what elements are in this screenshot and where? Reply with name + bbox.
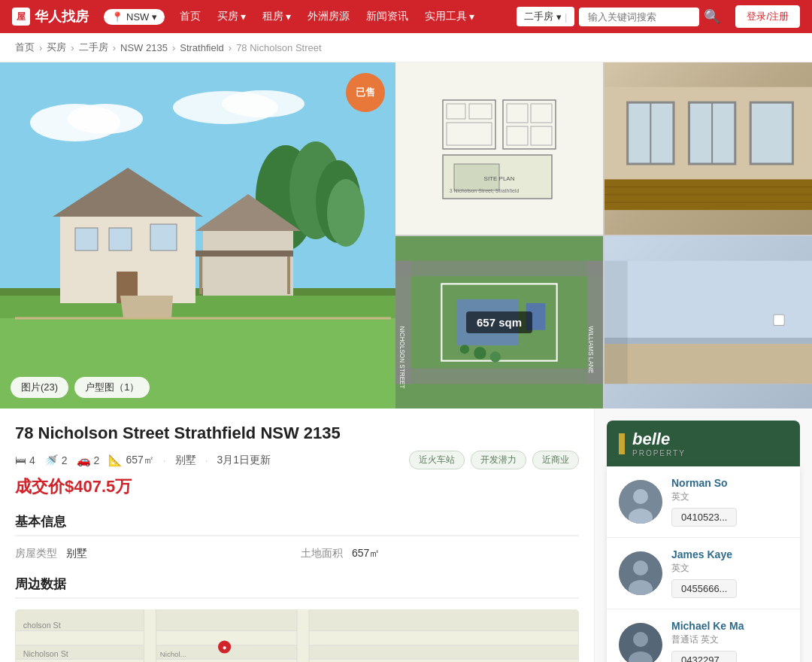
svg-rect-71: [297, 609, 309, 662]
beds-count: 4: [29, 454, 35, 466]
breadcrumb: 首页 › 买房 › 二手房 › NSW 2135 › Strathfield ›…: [0, 33, 812, 62]
svg-rect-13: [75, 228, 98, 251]
agent-info-2: Michael Ke Ma 普通话 英文 0432297...: [671, 620, 788, 662]
nav-rent[interactable]: 租房 ▾: [262, 10, 291, 23]
location-pin-icon: 📍: [111, 11, 123, 23]
agent-phone-0[interactable]: 0410523...: [671, 508, 737, 527]
svg-rect-66: [604, 261, 628, 384]
svg-text:3 Nicholson Street, Strathfiel: 3 Nicholson Street, Strathfield: [450, 188, 520, 193]
svg-rect-26: [447, 104, 465, 119]
agent-info-1: James Kaye 英文 0455666...: [671, 548, 788, 598]
svg-text:Nichol...: Nichol...: [160, 650, 186, 658]
breadcrumb-buy[interactable]: 买房: [47, 41, 66, 54]
nav-tools[interactable]: 实用工具 ▾: [425, 10, 474, 23]
breadcrumb-home[interactable]: 首页: [15, 41, 35, 54]
gallery-main: 已售 图片(23) 户型图（1）: [0, 62, 395, 408]
search-input[interactable]: [579, 8, 699, 26]
agency-brand: belle PROPERTY: [632, 430, 686, 457]
sold-badge: 已售: [346, 73, 385, 112]
nav-news[interactable]: 新闻资讯: [366, 10, 408, 23]
breadcrumb-sep-2: ›: [71, 42, 74, 53]
agent-info-0: Norman So 英文 0410523...: [671, 477, 788, 527]
svg-rect-63: [604, 338, 812, 344]
svg-point-78: [633, 489, 648, 504]
nearby-title: 周边数据: [15, 575, 579, 599]
agency-subtitle: PROPERTY: [632, 449, 686, 457]
svg-text:Nicholson St: Nicholson St: [23, 649, 68, 658]
land-area-value: 657㎡: [352, 547, 380, 560]
search-button[interactable]: 🔍: [704, 8, 720, 25]
tag-commerce[interactable]: 近商业: [532, 451, 579, 469]
agent-name-2[interactable]: Michael Ke Ma: [671, 620, 788, 632]
floorplan-button[interactable]: 户型图（1）: [74, 377, 150, 398]
nav-home[interactable]: 首页: [180, 10, 201, 23]
bed-icon: 🛏: [15, 454, 26, 466]
svg-rect-30: [507, 104, 528, 123]
nav-overseas[interactable]: 外洲房源: [308, 10, 350, 23]
thumb-interior1[interactable]: [604, 62, 812, 235]
logo-text: 华人找房: [35, 8, 89, 26]
location-chevron-icon: ▾: [152, 11, 157, 23]
location-selector[interactable]: 📍 NSW ▾: [104, 9, 165, 25]
gallery-thumbnails: SITE PLAN 3 Nicholson Street, Strathfiel…: [395, 62, 812, 408]
gallery-buttons: 图片(23) 户型图（1）: [11, 377, 150, 398]
breadcrumb-suburb[interactable]: Strathfield: [180, 42, 224, 53]
agent-card-0: Norman So 英文 0410523...: [607, 466, 800, 538]
car-icon: 🚗: [77, 454, 91, 467]
svg-rect-43: [750, 102, 792, 164]
tag-train[interactable]: 近火车站: [409, 451, 465, 469]
tag-dev[interactable]: 开发潜力: [471, 451, 526, 469]
svg-point-56: [474, 347, 486, 359]
thumb-floorplan[interactable]: SITE PLAN 3 Nicholson Street, Strathfiel…: [395, 62, 603, 235]
cars-count: 2: [94, 454, 100, 466]
house-type-item: 房屋类型 别墅: [15, 547, 293, 560]
search-type-selector[interactable]: 二手房 ▾ |: [517, 7, 574, 26]
search-type-label: 二手房: [524, 10, 553, 23]
location-text: NSW: [126, 11, 149, 23]
breadcrumb-sep-3: ›: [113, 42, 116, 53]
agent-avatar-2: [619, 623, 662, 662]
logo-icon: 屋: [12, 8, 30, 26]
svg-text:SITE PLAN: SITE PLAN: [484, 175, 515, 182]
breadcrumb-sep-5: ›: [229, 42, 232, 53]
svg-rect-14: [109, 228, 132, 251]
agent-name-1[interactable]: James Kaye: [671, 548, 788, 560]
svg-rect-27: [469, 104, 492, 119]
site-header: 屋 华人找房 📍 NSW ▾ 首页 买房 ▾ 租房 ▾ 外洲房源 新闻资讯 实用…: [0, 0, 812, 33]
gallery: 已售 图片(23) 户型图（1）: [0, 62, 812, 408]
svg-point-8: [327, 179, 365, 247]
house-type-label: 房屋类型: [15, 547, 60, 560]
agency-header: belle PROPERTY: [607, 421, 800, 466]
thumb-interior2[interactable]: [604, 236, 812, 408]
agent-phone-1[interactable]: 0455666...: [671, 579, 737, 598]
search-type-dropdown-icon: ▾: [556, 11, 562, 23]
photos-button[interactable]: 图片(23): [11, 377, 68, 398]
breadcrumb-current: 78 Nicholson Street: [236, 42, 321, 53]
svg-rect-62: [604, 261, 812, 338]
baths-count: 2: [62, 454, 68, 466]
property-tags: 近火车站 开发潜力 近商业: [409, 451, 579, 469]
agent-phone-2[interactable]: 0432297...: [671, 651, 737, 662]
beds-feature: 🛏 4: [15, 454, 35, 466]
bath-icon: 🚿: [44, 454, 59, 467]
login-button[interactable]: 登录/注册: [735, 5, 800, 28]
svg-point-84: [633, 632, 648, 647]
agent-card-2: Michael Ke Ma 普通话 英文 0432297...: [607, 609, 800, 662]
thumb-aerial[interactable]: NICHOLSON STREET WILLIAMS LANE 657 sqm: [395, 236, 603, 408]
agent-lang-1: 英文: [671, 562, 788, 575]
svg-rect-20: [199, 257, 202, 294]
breadcrumb-secondhand[interactable]: 二手房: [79, 41, 108, 54]
property-features: 🛏 4 🚿 2 🚗 2 📐 657㎡ · 别墅 · 3月1日更新 近火车站 开发…: [15, 451, 579, 469]
main-nav: 首页 买房 ▾ 租房 ▾ 外洲房源 新闻资讯 实用工具 ▾: [180, 10, 501, 23]
house-type-value: 别墅: [66, 547, 87, 560]
basic-info-grid: 房屋类型 别墅 土地面积 657㎡: [15, 547, 579, 560]
agent-name-0[interactable]: Norman So: [671, 477, 788, 489]
svg-rect-52: [395, 369, 603, 384]
svg-point-81: [633, 560, 648, 575]
breadcrumb-postcode[interactable]: NSW 2135: [120, 42, 168, 53]
breadcrumb-sep-1: ›: [39, 42, 42, 53]
nav-buy[interactable]: 买房 ▾: [217, 10, 246, 23]
svg-text:NICHOLSON STREET: NICHOLSON STREET: [398, 326, 405, 389]
content-area: 78 Nicholson Street Strathfield NSW 2135…: [0, 408, 812, 662]
property-type: 别墅: [175, 454, 196, 467]
